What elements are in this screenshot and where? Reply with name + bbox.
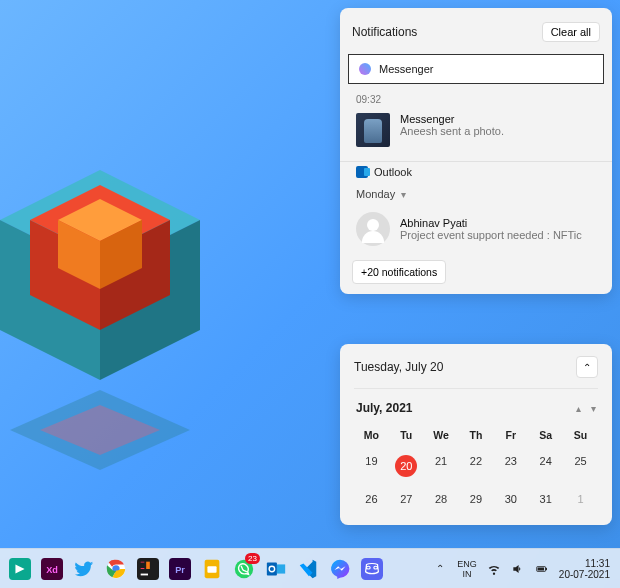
calendar-panel: Tuesday, July 20 ⌃ July, 2021 ▴ ▾ MoTuWe… [340,344,612,525]
notification-text: Aneesh sent a photo. [400,125,504,137]
calendar-dow: Fr [493,423,528,447]
svg-rect-28 [546,567,547,569]
calendar-month: July, 2021 [356,401,412,415]
clock-time: 11:31 [559,558,610,569]
calendar-dow: Sa [528,423,563,447]
calendar-day[interactable]: 28 [424,485,459,513]
language-switcher[interactable]: ENG IN [457,559,477,579]
calendar-day[interactable]: 20 [389,447,424,485]
outlook-day: Monday [356,188,395,200]
calendar-dow: Mo [354,423,389,447]
calendar-day[interactable]: 25 [563,447,598,485]
email-notification[interactable]: Abhinav Pyati Project event support need… [340,206,612,256]
taskbar: XdPr23 ⌃ ENG IN 11:31 20-07-2021 [0,548,620,588]
svg-rect-29 [537,567,543,570]
calendar-day[interactable]: 24 [528,447,563,485]
calendar-prev-button[interactable]: ▴ [576,403,581,414]
calendar-day[interactable]: 31 [528,485,563,513]
svg-text:Xd: Xd [46,564,58,574]
calendar-day[interactable]: 26 [354,485,389,513]
taskbar-intellij-icon[interactable] [134,555,162,583]
outlook-icon [356,166,368,178]
notification-time: 09:32 [340,88,612,107]
taskbar-clock[interactable]: 11:31 20-07-2021 [559,558,614,580]
system-tray: ⌃ ENG IN 11:31 20-07-2021 [433,558,614,580]
taskbar-slides-icon[interactable] [198,555,226,583]
calendar-day[interactable]: 1 [563,485,598,513]
notification-app: Messenger [400,113,504,125]
calendar-dow: Th [459,423,494,447]
outlook-label: Outlook [374,166,412,178]
calendar-day[interactable]: 27 [389,485,424,513]
badge: 23 [245,553,260,564]
taskbar-discord-icon[interactable] [358,555,386,583]
lang-bottom: IN [457,569,477,579]
taskbar-twitter-icon[interactable] [70,555,98,583]
svg-rect-26 [361,558,383,580]
taskbar-messenger-icon[interactable] [326,555,354,583]
more-notifications-button[interactable]: +20 notifications [352,260,446,284]
taskbar-items: XdPr23 [6,555,386,583]
notifications-panel: Notifications Clear all Messenger 09:32 … [340,8,612,294]
wifi-icon[interactable] [487,562,501,576]
calendar-day[interactable]: 21 [424,447,459,485]
lang-top: ENG [457,559,477,569]
calendar-day[interactable]: 22 [459,447,494,485]
outlook-day-row[interactable]: Monday ▾ [340,182,612,206]
email-sender: Abhinav Pyati [400,217,582,229]
volume-icon[interactable] [511,562,525,576]
tray-chevron-up-icon[interactable]: ⌃ [433,562,447,576]
taskbar-premiere-icon[interactable]: Pr [166,555,194,583]
calendar-date: Tuesday, July 20 [354,360,443,374]
svg-rect-17 [141,573,148,575]
email-subject: Project event support needed : NFTic [400,229,582,241]
messenger-icon [359,63,371,75]
taskbar-whatsapp-icon[interactable]: 23 [230,555,258,583]
taskbar-outlook-icon[interactable] [262,555,290,583]
svg-rect-25 [277,564,285,573]
notifications-title: Notifications [352,25,417,39]
calendar-dow: Tu [389,423,424,447]
taskbar-vscode-icon[interactable] [294,555,322,583]
taskbar-chrome-icon[interactable] [102,555,130,583]
messenger-group-header[interactable]: Messenger [348,54,604,84]
svg-rect-21 [207,566,216,572]
calendar-grid: MoTuWeThFrSaSu19202122232425262728293031… [354,423,598,513]
svg-text:Pr: Pr [175,564,185,574]
outlook-group-header[interactable]: Outlook [340,161,612,182]
notification-item[interactable]: Messenger Aneesh sent a photo. [340,107,612,157]
messenger-group-label: Messenger [379,63,433,75]
calendar-day[interactable]: 23 [493,447,528,485]
email-avatar [356,212,390,246]
calendar-dow: We [424,423,459,447]
notification-avatar [356,113,390,147]
clock-date: 20-07-2021 [559,569,610,580]
calendar-collapse-button[interactable]: ⌃ [576,356,598,378]
calendar-day[interactable]: 30 [493,485,528,513]
calendar-next-button[interactable]: ▾ [591,403,596,414]
clear-all-button[interactable]: Clear all [542,22,600,42]
battery-icon[interactable] [535,562,549,576]
calendar-dow: Su [563,423,598,447]
chevron-up-icon: ⌃ [583,362,591,373]
calendar-day[interactable]: 29 [459,485,494,513]
taskbar-filmora-icon[interactable] [6,555,34,583]
taskbar-adobe-xd-icon[interactable]: Xd [38,555,66,583]
chevron-down-icon: ▾ [401,189,406,200]
svg-rect-23 [267,562,277,575]
calendar-day[interactable]: 19 [354,447,389,485]
